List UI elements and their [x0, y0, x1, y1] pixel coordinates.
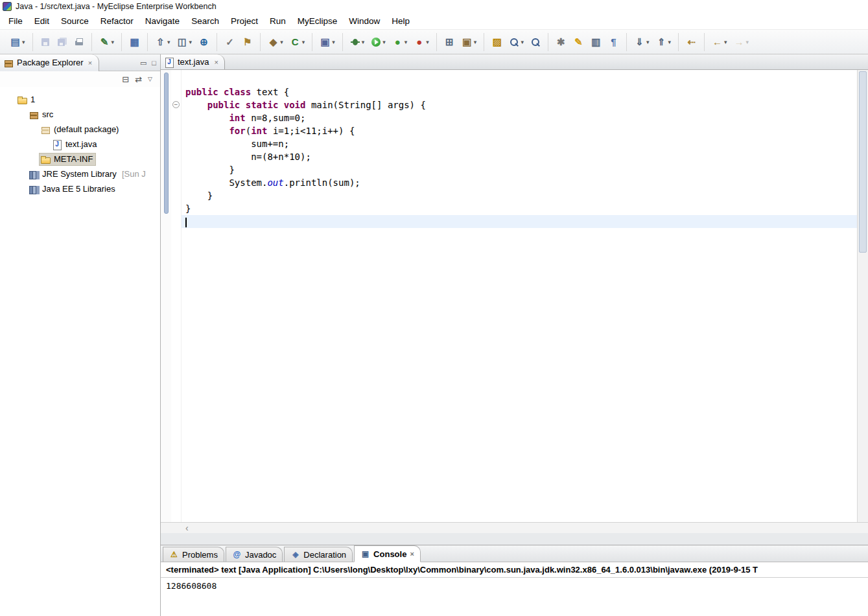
tree-item-default-package[interactable]: (default package): [0, 122, 160, 137]
mark-deployable-button[interactable]: ⚑: [239, 35, 255, 49]
menu-project[interactable]: Project: [225, 14, 264, 29]
tab-console[interactable]: ▣Console×: [354, 545, 421, 562]
vertical-scrollbar[interactable]: [857, 70, 868, 522]
open-web-browser-button[interactable]: ⊕: [196, 35, 212, 49]
vertical-scrollbar-thumb[interactable]: [859, 71, 867, 253]
menu-file[interactable]: File: [3, 14, 29, 29]
menu-myeclipse[interactable]: MyEclipse: [292, 14, 344, 29]
show-selected-element-button[interactable]: ▥: [588, 35, 604, 49]
menu-search[interactable]: Search: [185, 14, 225, 29]
dropdown-arrow-icon[interactable]: ▾: [724, 39, 727, 45]
dropdown-arrow-icon[interactable]: ▾: [189, 39, 193, 45]
dropdown-arrow-icon[interactable]: ▾: [521, 39, 524, 45]
dropdown-arrow-icon[interactable]: ▾: [362, 39, 365, 45]
print-button[interactable]: [71, 35, 87, 49]
menu-help[interactable]: Help: [386, 14, 416, 29]
previous-annotation-button[interactable]: ⇑▾: [653, 35, 674, 49]
code-line-2[interactable]: public static void main(String[] args) {: [182, 98, 857, 111]
file-search-button[interactable]: [528, 35, 543, 49]
code-line-9[interactable]: }: [182, 189, 857, 202]
close-icon[interactable]: ×: [214, 58, 218, 66]
minimize-button[interactable]: ▭: [140, 59, 147, 67]
code-line-6[interactable]: n=(8+n*10);: [182, 150, 857, 163]
profile-button[interactable]: ●▾: [411, 35, 432, 49]
dropdown-arrow-icon[interactable]: ▾: [111, 39, 115, 45]
new-class-button[interactable]: C▾: [287, 35, 308, 49]
close-icon[interactable]: ×: [88, 59, 92, 67]
dropdown-arrow-icon[interactable]: ▾: [646, 39, 650, 45]
save-all-button[interactable]: [54, 35, 70, 49]
show-whitespace-button[interactable]: ¶: [605, 35, 622, 49]
last-edit-location-button[interactable]: ⇠: [683, 35, 699, 49]
maximize-button[interactable]: □: [152, 59, 156, 67]
dropdown-arrow-icon[interactable]: ▾: [302, 39, 305, 45]
tree-item-meta-inf[interactable]: META-INF: [0, 152, 160, 166]
menu-refactor[interactable]: Refactor: [95, 14, 139, 29]
annotation-ruler[interactable]: [161, 70, 171, 522]
tab-problems[interactable]: ⚠Problems: [163, 547, 224, 562]
menu-navigate[interactable]: Navigate: [139, 14, 185, 29]
show-view-button[interactable]: ▣▾: [459, 35, 480, 49]
tree-item-java-ee-5-libraries[interactable]: Java EE 5 Libraries: [0, 181, 160, 196]
dropdown-arrow-icon[interactable]: ▾: [474, 39, 477, 45]
tab-declaration[interactable]: ◈Declaration: [284, 547, 353, 562]
mark-occurrences-button[interactable]: ✎: [570, 35, 587, 49]
validate-button[interactable]: ✓: [222, 35, 238, 49]
open-plugin-button[interactable]: ✱: [553, 35, 569, 49]
new-package-button[interactable]: ◆▾: [265, 35, 286, 49]
dropdown-arrow-icon[interactable]: ▾: [668, 39, 671, 45]
back-button[interactable]: ←▾: [709, 35, 730, 49]
tree-item-jre-system-library[interactable]: JRE System Library[Sun J: [0, 166, 160, 181]
dropdown-arrow-icon[interactable]: ▾: [22, 39, 25, 45]
web-page-editor-button[interactable]: ▣▾: [317, 35, 338, 49]
horizontal-scrollbar[interactable]: ‹: [161, 522, 868, 533]
code-wizard-button[interactable]: ✎▾: [97, 35, 117, 49]
code-line-5[interactable]: sum+=n;: [182, 137, 857, 150]
code-line-11[interactable]: [182, 215, 857, 228]
new-web-component-button[interactable]: ▦: [126, 35, 143, 49]
open-type-button[interactable]: ▨: [489, 35, 505, 49]
tree-item-text-java[interactable]: text.java: [0, 137, 160, 152]
dropdown-arrow-icon[interactable]: ▾: [332, 39, 335, 45]
tab-javadoc[interactable]: @Javadoc: [226, 547, 283, 562]
fold-collapse-icon[interactable]: −: [172, 101, 180, 108]
menu-edit[interactable]: Edit: [29, 14, 55, 29]
code-line-10[interactable]: }: [182, 202, 857, 215]
dropdown-arrow-icon[interactable]: ▾: [426, 39, 429, 45]
tree-item-1[interactable]: 1: [0, 92, 160, 107]
link-with-editor-button[interactable]: ⇄: [135, 74, 142, 84]
manage-servers-button[interactable]: ◫▾: [174, 35, 195, 49]
menu-run[interactable]: Run: [264, 14, 292, 29]
package-explorer-tab[interactable]: Package Explorer ×: [0, 54, 99, 71]
dropdown-arrow-icon[interactable]: ▾: [280, 39, 283, 45]
dropdown-arrow-icon[interactable]: ▾: [405, 39, 408, 45]
debug-button[interactable]: ▾: [347, 35, 368, 49]
scroll-left-icon[interactable]: ‹: [185, 523, 189, 532]
open-perspective-button[interactable]: ⊞: [441, 35, 458, 49]
code-line-4[interactable]: for(int i=1;i<11;i++) {: [182, 124, 857, 137]
new-wizard-button[interactable]: ▤▾: [7, 35, 28, 49]
code-line-8[interactable]: System.out.println(sum);: [182, 176, 857, 189]
code-area[interactable]: public class text { public static void m…: [182, 70, 857, 522]
deploy-project-button[interactable]: ⇧▾: [152, 35, 173, 49]
forward-button[interactable]: →▾: [731, 35, 752, 49]
dropdown-arrow-icon[interactable]: ▾: [382, 39, 386, 45]
run-button[interactable]: ▾: [368, 35, 388, 49]
coverage-button[interactable]: ●▾: [390, 35, 410, 49]
menu-source[interactable]: Source: [55, 14, 95, 29]
save-button[interactable]: [38, 35, 53, 49]
menu-window[interactable]: Window: [343, 14, 386, 29]
folding-ruler[interactable]: −: [171, 70, 182, 522]
code-line-1[interactable]: public class text {: [182, 86, 857, 98]
editor-tab-text-java[interactable]: text.java ×: [161, 54, 225, 69]
console-output[interactable]: 1286608608: [161, 578, 868, 594]
java-search-button[interactable]: ▾: [506, 35, 526, 49]
view-menu-button[interactable]: ▽: [148, 76, 152, 82]
next-annotation-button[interactable]: ⇓▾: [631, 35, 652, 49]
dropdown-arrow-icon[interactable]: ▾: [746, 39, 749, 45]
collapse-all-button[interactable]: ⊟: [122, 74, 129, 84]
close-icon[interactable]: ×: [410, 550, 414, 558]
code-line-3[interactable]: int n=8,sum=0;: [182, 111, 857, 124]
code-line-7[interactable]: }: [182, 163, 857, 176]
dropdown-arrow-icon[interactable]: ▾: [167, 39, 170, 45]
